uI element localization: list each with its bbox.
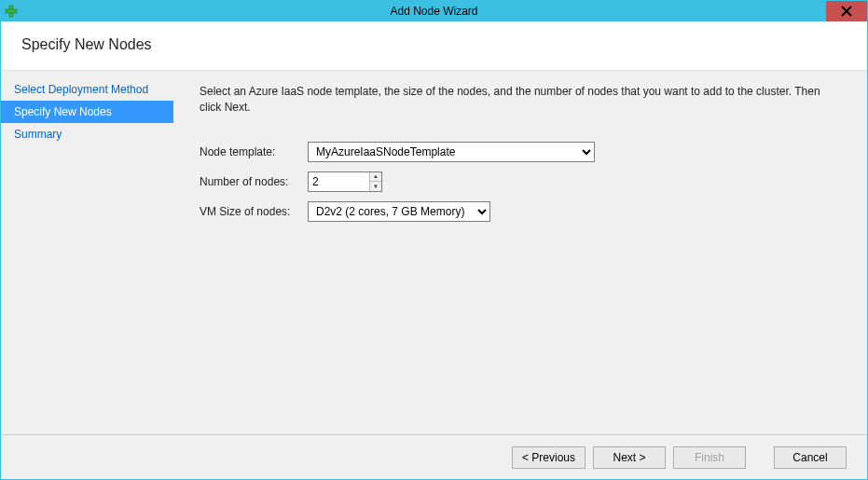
- finish-button: Finish: [673, 446, 746, 469]
- step-specify-nodes[interactable]: Specify New Nodes: [1, 101, 173, 123]
- instruction-text: Select an Azure IaaS node template, the …: [200, 84, 841, 116]
- step-select-deployment[interactable]: Select Deployment Method: [1, 78, 173, 101]
- svg-rect-1: [6, 9, 17, 13]
- step-summary[interactable]: Summary: [1, 123, 173, 145]
- step-up-button[interactable]: ▲: [370, 172, 381, 183]
- node-count-input[interactable]: [309, 172, 369, 191]
- label-node-template: Node template:: [200, 145, 308, 158]
- stepper-controls: ▲ ▼: [369, 172, 381, 191]
- close-icon: [841, 6, 852, 17]
- wizard-content: Select an Azure IaaS node template, the …: [173, 71, 867, 434]
- cancel-button[interactable]: Cancel: [774, 446, 847, 469]
- wizard-footer: < Previous Next > Finish Cancel: [1, 434, 867, 479]
- next-button[interactable]: Next >: [593, 446, 666, 469]
- label-vm-size: VM Size of nodes:: [200, 205, 308, 218]
- row-node-count: Number of nodes: ▲ ▼: [200, 171, 841, 192]
- wizard-body: Select Deployment Method Specify New Nod…: [1, 71, 867, 434]
- node-template-select[interactable]: MyAzureIaaSNodeTemplate: [308, 142, 595, 162]
- label-node-count: Number of nodes:: [200, 175, 308, 188]
- row-vm-size: VM Size of nodes: D2v2 (2 cores, 7 GB Me…: [200, 201, 841, 222]
- wizard-window: Add Node Wizard Specify New Nodes Select…: [0, 0, 868, 480]
- page-title: Specify New Nodes: [21, 36, 847, 53]
- app-icon: [5, 5, 18, 18]
- previous-button[interactable]: < Previous: [512, 446, 586, 469]
- close-button[interactable]: [826, 1, 867, 21]
- vm-size-select[interactable]: D2v2 (2 cores, 7 GB Memory): [308, 201, 490, 222]
- wizard-steps: Select Deployment Method Specify New Nod…: [1, 71, 173, 434]
- title-bar: Add Node Wizard: [1, 1, 867, 21]
- window-title: Add Node Wizard: [390, 5, 477, 18]
- row-node-template: Node template: MyAzureIaaSNodeTemplate: [200, 142, 841, 162]
- step-down-button[interactable]: ▼: [370, 182, 381, 191]
- node-count-stepper[interactable]: ▲ ▼: [308, 171, 382, 192]
- wizard-header: Specify New Nodes: [1, 21, 867, 71]
